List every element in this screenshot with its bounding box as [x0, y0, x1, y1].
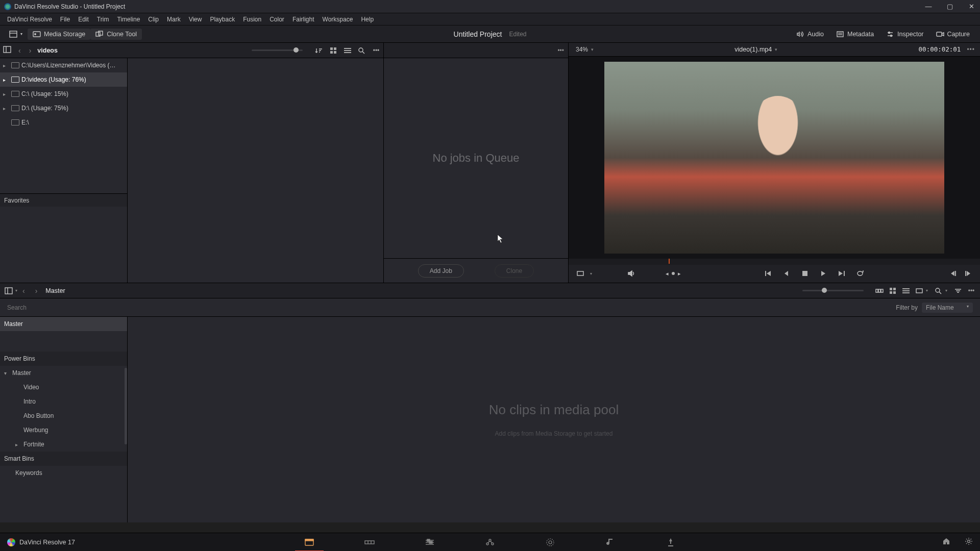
- deliver-page-button[interactable]: [664, 535, 678, 549]
- menu-clip[interactable]: Clip: [144, 16, 163, 23]
- smartbin-item[interactable]: Keywords: [0, 466, 127, 480]
- prev-frame-button[interactable]: [781, 268, 792, 279]
- filename-dropdown-icon[interactable]: ▾: [775, 47, 777, 52]
- mp-breadcrumb[interactable]: Master: [45, 287, 65, 294]
- options-button[interactable]: •••: [370, 44, 382, 57]
- window-minimize-button[interactable]: —: [924, 3, 933, 10]
- grid-view-button[interactable]: [327, 44, 339, 57]
- mp-nav-back[interactable]: ‹: [17, 287, 30, 295]
- folder-tree-item[interactable]: ▸D:\videos (Usage: 76%): [0, 72, 127, 87]
- bin-tree-scrollbar[interactable]: [125, 368, 127, 444]
- loop-button[interactable]: [854, 268, 866, 279]
- match-frame-button[interactable]: [575, 268, 586, 279]
- jog-back-button[interactable]: ◂: [666, 270, 669, 277]
- color-page-button[interactable]: [543, 535, 557, 549]
- play-button[interactable]: [818, 268, 829, 279]
- playhead-icon[interactable]: [669, 259, 670, 264]
- mp-list-view-button[interactable]: [899, 285, 913, 297]
- cut-page-button[interactable]: [362, 535, 377, 549]
- list-view-button[interactable]: [341, 44, 354, 57]
- filter-by-dropdown[interactable]: File Name▾: [922, 303, 973, 313]
- powerbin-item[interactable]: Video: [0, 380, 127, 394]
- menu-edit[interactable]: Edit: [74, 16, 93, 23]
- menu-fairlight[interactable]: Fairlight: [288, 16, 318, 23]
- match-frame-dropdown[interactable]: ▾: [590, 271, 592, 276]
- edit-page-button[interactable]: [423, 535, 437, 549]
- audio-panel-toggle[interactable]: Audio: [790, 29, 830, 40]
- mp-search-button[interactable]: [932, 285, 945, 297]
- mp-strip-view-button[interactable]: [873, 285, 886, 297]
- powerbin-item[interactable]: ▸Fortnite: [0, 437, 127, 452]
- viewer-video-area[interactable]: [569, 57, 980, 259]
- folder-tree-item[interactable]: E:\: [0, 115, 127, 130]
- search-button[interactable]: [356, 44, 368, 57]
- capture-panel-toggle[interactable]: Capture: [930, 29, 976, 40]
- menu-view[interactable]: View: [185, 16, 206, 23]
- sort-button[interactable]: [313, 44, 325, 57]
- nav-forward-button[interactable]: ›: [25, 46, 36, 55]
- workspace-dropdown-button[interactable]: ▾: [4, 29, 28, 40]
- menu-workspace[interactable]: Workspace: [318, 16, 357, 23]
- mp-search-dropdown[interactable]: ▾: [945, 288, 947, 293]
- jog-fwd-button[interactable]: ▸: [678, 270, 681, 277]
- media-storage-thumbnails[interactable]: [128, 58, 383, 283]
- mp-layout-button[interactable]: [913, 285, 926, 297]
- window-close-button[interactable]: ✕: [967, 3, 976, 10]
- go-first-frame-button[interactable]: [763, 268, 774, 279]
- menu-mark[interactable]: Mark: [163, 16, 185, 23]
- viewer-zoom-value[interactable]: 34%: [576, 46, 588, 53]
- viewer-filename[interactable]: video(1).mp4: [734, 46, 772, 53]
- home-button[interactable]: [942, 537, 950, 547]
- menu-davinci[interactable]: DaVinci Resolve: [3, 16, 56, 23]
- media-page-button[interactable]: [302, 535, 316, 549]
- media-storage-breadcrumb[interactable]: videos: [37, 47, 58, 54]
- mp-thumb-slider[interactable]: [802, 290, 864, 291]
- viewer-timecode[interactable]: 00:00:02:01: [919, 45, 961, 53]
- window-maximize-button[interactable]: ▢: [945, 3, 954, 10]
- thumbnail-size-slider[interactable]: [252, 49, 303, 51]
- menu-timeline[interactable]: Timeline: [113, 16, 144, 23]
- stop-button[interactable]: [799, 268, 811, 279]
- mp-layout-dropdown[interactable]: ▾: [926, 288, 928, 293]
- powerbin-item[interactable]: Intro: [0, 394, 127, 409]
- metadata-panel-toggle[interactable]: Metadata: [830, 29, 880, 40]
- folder-tree-item[interactable]: ▸D:\ (Usage: 75%): [0, 101, 127, 115]
- mark-out-button[interactable]: [963, 268, 974, 279]
- menu-file[interactable]: File: [56, 16, 74, 23]
- folder-tree-item[interactable]: ▸C:\Users\Lizenznehmer\Videos (…: [0, 58, 127, 72]
- clone-button[interactable]: Clone: [495, 264, 534, 278]
- clone-options-button[interactable]: •••: [557, 47, 564, 54]
- viewer-options-button[interactable]: •••: [967, 46, 975, 53]
- mp-nav-fwd[interactable]: ›: [30, 287, 43, 295]
- media-pool-clips-area[interactable]: No clips in media pool Add clips from Me…: [128, 317, 980, 522]
- clone-tool-toggle[interactable]: Clone Tool: [90, 29, 142, 40]
- fusion-page-button[interactable]: [483, 535, 497, 549]
- menu-playback[interactable]: Playback: [206, 16, 239, 23]
- bin-master[interactable]: Master: [0, 317, 127, 331]
- mark-in-button[interactable]: [947, 268, 959, 279]
- powerbin-master[interactable]: ▾Master: [0, 366, 127, 380]
- fairlight-page-button[interactable]: [603, 535, 618, 549]
- media-storage-toggle[interactable]: Media Storage: [28, 29, 90, 40]
- sidebar-toggle-button[interactable]: [0, 46, 14, 55]
- powerbin-item[interactable]: Werbung: [0, 423, 127, 437]
- menu-color[interactable]: Color: [265, 16, 288, 23]
- project-settings-button[interactable]: [965, 537, 973, 547]
- menu-fusion[interactable]: Fusion: [239, 16, 265, 23]
- add-job-button[interactable]: Add Job: [418, 264, 464, 278]
- mp-options-button[interactable]: •••: [965, 285, 978, 297]
- menu-help[interactable]: Help: [357, 16, 378, 23]
- nav-back-button[interactable]: ‹: [14, 46, 25, 55]
- menu-trim[interactable]: Trim: [93, 16, 113, 23]
- inspector-panel-toggle[interactable]: Inspector: [880, 29, 929, 40]
- mp-sort-button[interactable]: [951, 285, 965, 297]
- mp-search-input[interactable]: [7, 304, 896, 311]
- viewer-scrubber[interactable]: [569, 259, 980, 265]
- mp-sidebar-toggle[interactable]: [2, 285, 15, 297]
- folder-tree-item[interactable]: ▸C:\ (Usage: 15%): [0, 87, 127, 101]
- inspector-icon: [886, 31, 894, 38]
- go-last-frame-button[interactable]: [836, 268, 847, 279]
- mute-button[interactable]: [626, 268, 637, 279]
- powerbin-item[interactable]: Abo Button: [0, 409, 127, 423]
- mp-grid-view-button[interactable]: [886, 285, 899, 297]
